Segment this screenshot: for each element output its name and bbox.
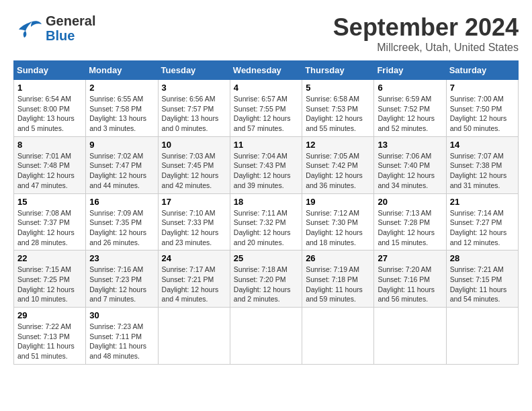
calendar-cell: 26Sunrise: 7:19 AMSunset: 7:18 PMDayligh… <box>302 250 374 308</box>
column-header-sunday: Sunday <box>14 61 86 80</box>
day-number: 6 <box>378 83 442 93</box>
month-title: September 2024 <box>333 13 519 42</box>
page-header: General Blue September 2024 Millcreek, U… <box>13 13 519 54</box>
calendar-cell: 28Sunrise: 7:21 AMSunset: 7:15 PMDayligh… <box>446 250 518 308</box>
column-header-monday: Monday <box>86 61 158 80</box>
logo: General Blue <box>13 13 95 43</box>
calendar-cell: 14Sunrise: 7:07 AMSunset: 7:38 PMDayligh… <box>446 136 518 193</box>
calendar-week-row: 15Sunrise: 7:08 AMSunset: 7:37 PMDayligh… <box>14 193 519 250</box>
day-info: Sunrise: 7:21 AMSunset: 7:15 PMDaylight:… <box>450 265 515 304</box>
calendar-cell: 15Sunrise: 7:08 AMSunset: 7:37 PMDayligh… <box>14 193 86 250</box>
day-number: 20 <box>378 197 442 207</box>
day-info: Sunrise: 7:23 AMSunset: 7:11 PMDaylight:… <box>89 322 154 361</box>
day-number: 25 <box>234 253 298 263</box>
calendar-cell: 7Sunrise: 7:00 AMSunset: 7:50 PMDaylight… <box>446 80 518 137</box>
calendar-week-row: 1Sunrise: 6:54 AMSunset: 8:00 PMDaylight… <box>14 80 519 137</box>
calendar-cell: 20Sunrise: 7:13 AMSunset: 7:28 PMDayligh… <box>374 193 446 250</box>
day-number: 22 <box>17 253 82 263</box>
day-info: Sunrise: 7:07 AMSunset: 7:38 PMDaylight:… <box>450 151 515 191</box>
day-number: 30 <box>89 310 154 320</box>
calendar-cell: 17Sunrise: 7:10 AMSunset: 7:33 PMDayligh… <box>158 193 230 250</box>
day-number: 21 <box>450 197 515 207</box>
calendar-cell: 4Sunrise: 6:57 AMSunset: 7:55 PMDaylight… <box>230 80 302 137</box>
day-number: 16 <box>89 197 154 207</box>
calendar-cell: 8Sunrise: 7:01 AMSunset: 7:48 PMDaylight… <box>14 136 86 193</box>
day-info: Sunrise: 7:14 AMSunset: 7:27 PMDaylight:… <box>450 208 515 248</box>
calendar-cell <box>446 308 518 365</box>
day-info: Sunrise: 6:55 AMSunset: 7:58 PMDaylight:… <box>89 94 154 134</box>
day-info: Sunrise: 6:58 AMSunset: 7:53 PMDaylight:… <box>306 94 370 134</box>
day-number: 13 <box>378 140 442 150</box>
calendar-cell: 29Sunrise: 7:22 AMSunset: 7:13 PMDayligh… <box>14 308 86 365</box>
day-info: Sunrise: 7:00 AMSunset: 7:50 PMDaylight:… <box>450 94 515 134</box>
calendar-cell: 27Sunrise: 7:20 AMSunset: 7:16 PMDayligh… <box>374 250 446 308</box>
day-number: 15 <box>17 197 82 207</box>
column-header-wednesday: Wednesday <box>230 61 302 80</box>
calendar-cell: 6Sunrise: 6:59 AMSunset: 7:52 PMDaylight… <box>374 80 446 137</box>
column-header-saturday: Saturday <box>446 61 518 80</box>
day-info: Sunrise: 6:57 AMSunset: 7:55 PMDaylight:… <box>234 94 298 134</box>
day-info: Sunrise: 7:16 AMSunset: 7:23 PMDaylight:… <box>89 265 154 304</box>
calendar-cell: 9Sunrise: 7:02 AMSunset: 7:47 PMDaylight… <box>86 136 158 193</box>
calendar-cell <box>230 308 302 365</box>
day-number: 8 <box>17 140 82 150</box>
day-info: Sunrise: 7:22 AMSunset: 7:13 PMDaylight:… <box>17 322 82 361</box>
logo-text-block: General Blue <box>46 13 95 43</box>
calendar-week-row: 29Sunrise: 7:22 AMSunset: 7:13 PMDayligh… <box>14 308 519 365</box>
day-number: 18 <box>234 197 298 207</box>
day-number: 1 <box>17 83 82 93</box>
calendar-week-row: 8Sunrise: 7:01 AMSunset: 7:48 PMDaylight… <box>14 136 519 193</box>
day-number: 12 <box>306 140 370 150</box>
calendar-cell: 1Sunrise: 6:54 AMSunset: 8:00 PMDaylight… <box>14 80 86 137</box>
calendar-cell: 10Sunrise: 7:03 AMSunset: 7:45 PMDayligh… <box>158 136 230 193</box>
calendar-cell <box>374 308 446 365</box>
day-number: 14 <box>450 140 515 150</box>
calendar-cell: 13Sunrise: 7:06 AMSunset: 7:40 PMDayligh… <box>374 136 446 193</box>
day-info: Sunrise: 7:06 AMSunset: 7:40 PMDaylight:… <box>378 151 442 191</box>
day-number: 24 <box>162 253 226 263</box>
day-info: Sunrise: 7:15 AMSunset: 7:25 PMDaylight:… <box>17 265 82 304</box>
calendar-cell: 21Sunrise: 7:14 AMSunset: 7:27 PMDayligh… <box>446 193 518 250</box>
day-info: Sunrise: 7:04 AMSunset: 7:43 PMDaylight:… <box>234 151 298 191</box>
day-number: 7 <box>450 83 515 93</box>
calendar-cell: 24Sunrise: 7:17 AMSunset: 7:21 PMDayligh… <box>158 250 230 308</box>
day-info: Sunrise: 7:09 AMSunset: 7:35 PMDaylight:… <box>89 208 154 248</box>
day-number: 2 <box>89 83 154 93</box>
day-info: Sunrise: 6:56 AMSunset: 7:57 PMDaylight:… <box>162 94 226 134</box>
day-info: Sunrise: 7:01 AMSunset: 7:48 PMDaylight:… <box>17 151 82 191</box>
calendar-cell: 16Sunrise: 7:09 AMSunset: 7:35 PMDayligh… <box>86 193 158 250</box>
calendar-cell <box>302 308 374 365</box>
day-number: 28 <box>450 253 515 263</box>
calendar-cell <box>158 308 230 365</box>
calendar-header-row: SundayMondayTuesdayWednesdayThursdayFrid… <box>14 61 519 80</box>
day-number: 10 <box>162 140 226 150</box>
calendar-cell: 12Sunrise: 7:05 AMSunset: 7:42 PMDayligh… <box>302 136 374 193</box>
day-number: 27 <box>378 253 442 263</box>
day-info: Sunrise: 7:13 AMSunset: 7:28 PMDaylight:… <box>378 208 442 248</box>
calendar-cell: 18Sunrise: 7:11 AMSunset: 7:32 PMDayligh… <box>230 193 302 250</box>
day-info: Sunrise: 6:59 AMSunset: 7:52 PMDaylight:… <box>378 94 442 134</box>
day-info: Sunrise: 7:02 AMSunset: 7:47 PMDaylight:… <box>89 151 154 191</box>
calendar-week-row: 22Sunrise: 7:15 AMSunset: 7:25 PMDayligh… <box>14 250 519 308</box>
calendar-cell: 2Sunrise: 6:55 AMSunset: 7:58 PMDaylight… <box>86 80 158 137</box>
day-number: 9 <box>89 140 154 150</box>
day-info: Sunrise: 6:54 AMSunset: 8:00 PMDaylight:… <box>17 94 82 134</box>
day-info: Sunrise: 7:08 AMSunset: 7:37 PMDaylight:… <box>17 208 82 248</box>
calendar-table: SundayMondayTuesdayWednesdayThursdayFrid… <box>13 60 519 365</box>
logo-blue-text: Blue <box>46 28 95 43</box>
calendar-cell: 30Sunrise: 7:23 AMSunset: 7:11 PMDayligh… <box>86 308 158 365</box>
day-number: 4 <box>234 83 298 93</box>
day-number: 26 <box>306 253 370 263</box>
day-info: Sunrise: 7:20 AMSunset: 7:16 PMDaylight:… <box>378 265 442 304</box>
column-header-thursday: Thursday <box>302 61 374 80</box>
day-info: Sunrise: 7:03 AMSunset: 7:45 PMDaylight:… <box>162 151 226 191</box>
column-header-tuesday: Tuesday <box>158 61 230 80</box>
day-info: Sunrise: 7:18 AMSunset: 7:20 PMDaylight:… <box>234 265 298 304</box>
day-info: Sunrise: 7:19 AMSunset: 7:18 PMDaylight:… <box>306 265 370 304</box>
calendar-cell: 23Sunrise: 7:16 AMSunset: 7:23 PMDayligh… <box>86 250 158 308</box>
calendar-cell: 22Sunrise: 7:15 AMSunset: 7:25 PMDayligh… <box>14 250 86 308</box>
calendar-cell: 25Sunrise: 7:18 AMSunset: 7:20 PMDayligh… <box>230 250 302 308</box>
day-number: 11 <box>234 140 298 150</box>
day-number: 17 <box>162 197 226 207</box>
location-title: Millcreek, Utah, United States <box>333 42 519 54</box>
